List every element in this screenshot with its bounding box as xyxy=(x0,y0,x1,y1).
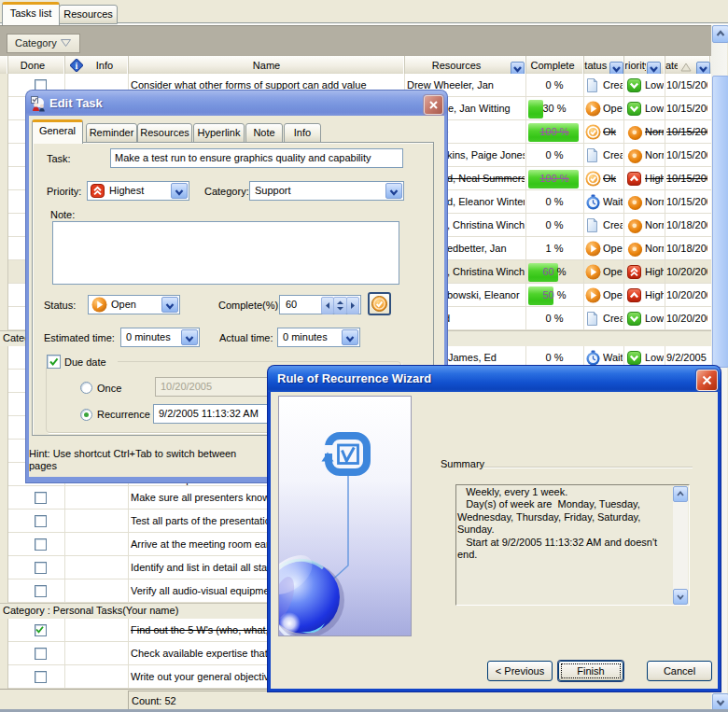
svg-text:i: i xyxy=(76,61,78,71)
